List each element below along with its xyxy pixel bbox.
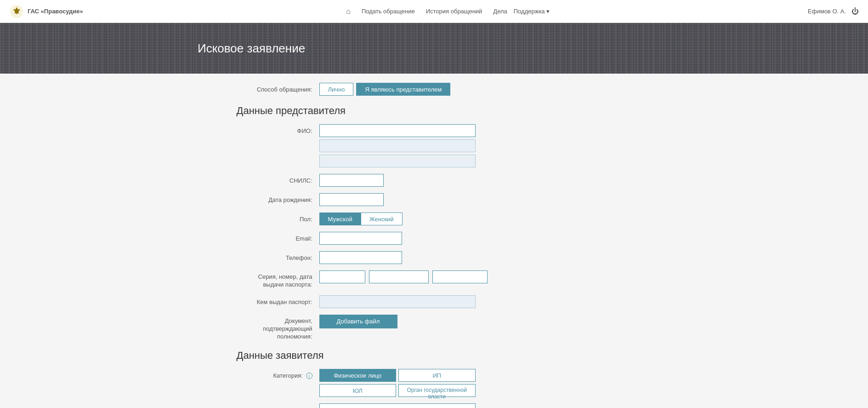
way-personal-button[interactable]: Лично bbox=[319, 83, 354, 96]
support-dropdown[interactable]: Поддержка ▾ bbox=[514, 8, 550, 15]
snils-row: СНИЛС: bbox=[237, 174, 632, 187]
fio-field-2[interactable] bbox=[319, 139, 476, 152]
fio-inputs bbox=[319, 124, 632, 167]
doc-confirm-wrap: Добавить файл bbox=[319, 315, 632, 328]
hero-banner: Исковое заявление bbox=[0, 23, 868, 74]
svg-text:⚜: ⚜ bbox=[12, 6, 21, 16]
eagle-icon: ⚜ bbox=[9, 4, 24, 19]
passport-number-input[interactable] bbox=[369, 270, 429, 283]
phone-label: Телефон: bbox=[237, 251, 319, 262]
snils-input[interactable] bbox=[319, 174, 384, 187]
passport-issued-wrap bbox=[319, 295, 632, 308]
category-ip-button[interactable]: ИП bbox=[398, 369, 476, 382]
main-nav: ⌂ Подать обращение История обращений Дел… bbox=[97, 5, 794, 18]
applicant-surname-input[interactable] bbox=[319, 403, 476, 408]
nav-submit[interactable]: Подать обращение bbox=[357, 5, 420, 17]
birthdate-row: Дата рождения: bbox=[237, 193, 632, 206]
navbar: ⚜ ГАС «Правосудие» ⌂ Подать обращение Ис… bbox=[0, 0, 868, 23]
gender-female-button[interactable]: Женский bbox=[361, 213, 403, 225]
main-content: Способ обращения: Лично Я являюсь предст… bbox=[227, 74, 641, 408]
passport-issued-input[interactable] bbox=[319, 295, 476, 308]
fio-label: ФИО: bbox=[237, 124, 319, 135]
home-icon[interactable]: ⌂ bbox=[341, 5, 355, 18]
way-representative-button[interactable]: Я являюсь представителем bbox=[356, 83, 450, 96]
gender-row: Пол: Мужской Женский bbox=[237, 213, 632, 225]
passport-date-input[interactable] bbox=[432, 270, 488, 283]
way-row: Способ обращения: Лично Я являюсь предст… bbox=[237, 83, 632, 96]
passport-wrap bbox=[319, 270, 632, 283]
user-name: Ефимов О. А. bbox=[808, 8, 846, 15]
email-input[interactable] bbox=[319, 232, 402, 245]
phone-wrap bbox=[319, 251, 632, 264]
birthdate-label: Дата рождения: bbox=[237, 193, 319, 204]
snils-wrap bbox=[319, 174, 632, 187]
fio-field-1[interactable] bbox=[319, 124, 476, 137]
fio-field-3[interactable] bbox=[319, 155, 476, 167]
passport-issued-row: Кем выдан паспорт: bbox=[237, 295, 632, 308]
way-label: Способ обращения: bbox=[237, 83, 319, 94]
navbar-right: Ефимов О. А. ⏻ bbox=[808, 7, 859, 16]
fio-row: ФИО: bbox=[237, 124, 632, 167]
category-info-icon[interactable]: i bbox=[306, 373, 312, 379]
applicant-fio-wrap bbox=[319, 403, 632, 408]
doc-confirm-row: Документ, подтверждающий полномочия: Доб… bbox=[237, 315, 632, 341]
email-label: Email: bbox=[237, 232, 319, 243]
gender-label: Пол: bbox=[237, 213, 319, 224]
applicant-fio-label: ФИО: bbox=[237, 403, 319, 408]
doc-confirm-label: Документ, подтверждающий полномочия: bbox=[237, 315, 319, 341]
email-wrap bbox=[319, 232, 632, 245]
passport-series-input[interactable] bbox=[319, 270, 365, 283]
phone-input[interactable] bbox=[319, 251, 402, 264]
representative-section-title: Данные представителя bbox=[237, 105, 632, 117]
passport-inputs bbox=[319, 270, 632, 283]
passport-label: Серия, номер, дата выдачи паспорта: bbox=[237, 270, 319, 289]
phone-row: Телефон: bbox=[237, 251, 632, 264]
snils-label: СНИЛС: bbox=[237, 174, 319, 185]
category-row: Категория: i Физическое лицо ИП ЮЛ Орган… bbox=[237, 369, 632, 397]
email-row: Email: bbox=[237, 232, 632, 245]
logout-icon[interactable]: ⏻ bbox=[851, 7, 859, 16]
category-group: Физическое лицо ИП ЮЛ Орган государствен… bbox=[319, 369, 476, 397]
birthdate-wrap bbox=[319, 193, 632, 206]
category-ul-button[interactable]: ЮЛ bbox=[319, 384, 397, 397]
support-label: Поддержка bbox=[514, 8, 545, 15]
brand-logo[interactable]: ⚜ ГАС «Правосудие» bbox=[9, 4, 83, 19]
way-group: Лично Я являюсь представителем bbox=[319, 83, 451, 96]
passport-row: Серия, номер, дата выдачи паспорта: bbox=[237, 270, 632, 289]
applicant-section-title: Данные заявителя bbox=[237, 350, 632, 362]
category-gov-button[interactable]: Орган государственной власти bbox=[398, 384, 476, 397]
nav-cases[interactable]: Дела bbox=[488, 5, 511, 17]
add-file-button[interactable]: Добавить файл bbox=[319, 315, 397, 328]
category-individual-button[interactable]: Физическое лицо bbox=[319, 369, 397, 382]
brand-name: ГАС «Правосудие» bbox=[28, 8, 83, 15]
passport-issued-label: Кем выдан паспорт: bbox=[237, 295, 319, 306]
applicant-fio-row: ФИО: bbox=[237, 403, 632, 408]
birthdate-input[interactable] bbox=[319, 193, 384, 206]
category-label: Категория: i bbox=[237, 369, 319, 380]
page-title: Исковое заявление bbox=[198, 41, 305, 56]
chevron-down-icon: ▾ bbox=[546, 8, 550, 15]
gender-male-button[interactable]: Мужской bbox=[319, 213, 361, 225]
nav-history[interactable]: История обращений bbox=[421, 5, 487, 17]
gender-group: Мужской Женский bbox=[319, 213, 403, 225]
